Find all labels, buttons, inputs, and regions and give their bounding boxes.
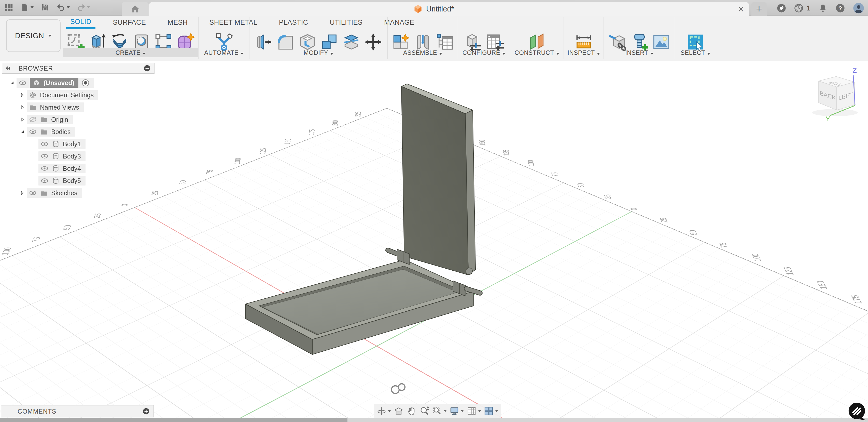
assistant-button[interactable] bbox=[847, 402, 867, 421]
comments-bar[interactable]: COMMENTS bbox=[1, 405, 154, 417]
visibility-eye-icon[interactable] bbox=[29, 128, 37, 136]
active-document-radio[interactable] bbox=[82, 79, 90, 87]
visibility-eye-off-icon[interactable] bbox=[29, 115, 37, 123]
minimize-panel-icon[interactable] bbox=[143, 64, 154, 72]
browser-item-label: Bodies bbox=[51, 128, 70, 136]
orbit-tool[interactable] bbox=[376, 406, 391, 416]
grid-ruler-label: 25 bbox=[91, 213, 103, 218]
selected-document[interactable]: (Unsaved) bbox=[30, 78, 79, 88]
chevron-down-icon[interactable] bbox=[461, 410, 464, 412]
chevron-down-icon bbox=[502, 53, 505, 55]
visibility-eye-icon[interactable] bbox=[40, 177, 49, 185]
fusion-360-window: Untitled* × + 1? DESIGN SOLIDSURFACEMESH… bbox=[0, 0, 868, 422]
extensions-plug-icon[interactable] bbox=[777, 3, 786, 13]
hinge-pin-end[interactable] bbox=[466, 268, 472, 275]
chevron-down-icon[interactable] bbox=[31, 6, 34, 8]
group-label-insert[interactable]: INSERT bbox=[604, 48, 675, 57]
browser-title: BROWSER bbox=[19, 65, 143, 72]
chevron-down-icon[interactable] bbox=[444, 410, 447, 412]
folder-icon bbox=[40, 128, 48, 136]
zoom-window-tool[interactable] bbox=[432, 406, 447, 416]
new-tab-button[interactable]: + bbox=[751, 2, 767, 16]
expand-toggle-icon[interactable] bbox=[18, 117, 27, 122]
browser-item-unsaved[interactable]: (Unsaved) bbox=[8, 78, 155, 88]
chevron-down-icon[interactable] bbox=[495, 410, 498, 412]
account-avatar[interactable] bbox=[853, 2, 864, 14]
visibility-eye-icon[interactable] bbox=[40, 164, 49, 172]
z-axis-label: Z bbox=[852, 66, 857, 75]
browser-item-named-views[interactable]: Named Views bbox=[18, 103, 155, 112]
display-settings-tool[interactable] bbox=[449, 406, 464, 416]
group-label-construct[interactable]: CONSTRUCT bbox=[510, 48, 564, 57]
expand-toggle-icon[interactable] bbox=[18, 92, 27, 97]
ribbon-group-inspect: INSPECT bbox=[564, 17, 604, 59]
browser-item-bodies[interactable]: Bodies bbox=[18, 127, 155, 137]
browser-item-body1[interactable]: Body1 bbox=[30, 139, 155, 149]
browser-item-sketches[interactable]: Sketches bbox=[18, 188, 155, 198]
save-icon[interactable] bbox=[41, 3, 50, 12]
ribbon-group-select: SELECT bbox=[675, 17, 716, 59]
job-status-clock-icon[interactable]: 1 bbox=[794, 3, 810, 13]
chevron-down-icon[interactable] bbox=[478, 410, 481, 412]
browser-item-label: Document Settings bbox=[40, 91, 94, 99]
group-label-create[interactable]: CREATE bbox=[63, 48, 198, 57]
chevron-down-icon bbox=[241, 53, 244, 55]
ribbon-toolbar: DESIGN SOLIDSURFACEMESHSHEET METALPLASTI… bbox=[0, 16, 868, 61]
visibility-eye-icon[interactable] bbox=[19, 79, 27, 87]
visibility-eye-icon[interactable] bbox=[40, 152, 49, 160]
gear-icon bbox=[29, 91, 37, 99]
collapse-panel-icon[interactable] bbox=[2, 65, 11, 72]
expand-toggle-icon[interactable] bbox=[8, 80, 17, 85]
chevron-down-icon[interactable] bbox=[388, 410, 391, 412]
home-tab-button[interactable] bbox=[122, 2, 149, 16]
group-label-select[interactable]: SELECT bbox=[675, 48, 716, 57]
visibility-eye-icon[interactable] bbox=[29, 189, 37, 197]
chevron-down-icon[interactable] bbox=[67, 6, 70, 8]
sketch-circle[interactable] bbox=[398, 384, 405, 390]
browser-item-origin[interactable]: Origin bbox=[18, 115, 155, 124]
ribbon-group-modify: MODIFY bbox=[249, 17, 388, 59]
undo-icon[interactable] bbox=[57, 3, 70, 12]
group-label-inspect[interactable]: INSPECT bbox=[564, 48, 603, 57]
ribbon-group-insert: INSERT bbox=[604, 17, 675, 59]
workspace-selector[interactable]: DESIGN bbox=[6, 19, 61, 52]
folder-icon bbox=[40, 115, 48, 123]
redo-icon[interactable] bbox=[77, 3, 90, 12]
zoom-tool[interactable] bbox=[419, 406, 429, 416]
grid-ruler-label: 150 bbox=[477, 140, 487, 146]
app-grid-icon[interactable] bbox=[5, 3, 13, 12]
group-label-configure[interactable]: CONFIGURE bbox=[458, 48, 510, 57]
document-tab[interactable]: Untitled* × bbox=[149, 2, 749, 16]
grid-settings-tool[interactable] bbox=[467, 406, 481, 416]
ribbon-group-construct: CONSTRUCT bbox=[510, 17, 564, 59]
fusion-document-icon bbox=[413, 4, 423, 13]
group-label-assemble[interactable]: ASSEMBLE bbox=[388, 48, 458, 57]
grid-ruler-label: 25 bbox=[602, 194, 613, 199]
visibility-eye-icon[interactable] bbox=[40, 140, 49, 148]
close-tab-button[interactable]: × bbox=[738, 3, 744, 15]
chevron-down-icon bbox=[330, 53, 333, 55]
expand-toggle-icon[interactable] bbox=[18, 190, 27, 195]
file-icon[interactable] bbox=[20, 3, 34, 12]
view-cube[interactable]: TOP BACK LEFT Z Y bbox=[797, 64, 863, 125]
grid-ruler-label: 175 bbox=[307, 129, 316, 135]
help-icon[interactable]: ? bbox=[835, 3, 845, 13]
group-label-automate[interactable]: AUTOMATE bbox=[198, 48, 249, 57]
panel-body-front-face[interactable] bbox=[401, 86, 468, 275]
look-at-tool[interactable] bbox=[394, 406, 404, 416]
chevron-down-icon[interactable] bbox=[87, 6, 90, 8]
expand-toggle-icon[interactable] bbox=[18, 129, 27, 134]
expand-toggle-icon[interactable] bbox=[18, 105, 27, 110]
chevron-down-icon bbox=[597, 53, 600, 55]
ribbon-group-assemble: ASSEMBLE bbox=[388, 17, 458, 59]
grid-ruler-label: 175 bbox=[849, 295, 864, 304]
group-label-modify[interactable]: MODIFY bbox=[249, 48, 388, 57]
add-comment-icon[interactable] bbox=[142, 407, 154, 415]
pan-tool[interactable] bbox=[406, 406, 417, 416]
browser-item-body5[interactable]: Body5 bbox=[30, 176, 155, 186]
viewports-tool[interactable] bbox=[484, 406, 498, 416]
browser-item-body3[interactable]: Body3 bbox=[30, 151, 155, 161]
notifications-bell-icon[interactable] bbox=[818, 3, 828, 13]
browser-item-document-settings[interactable]: Document Settings bbox=[18, 90, 155, 100]
browser-item-body4[interactable]: Body4 bbox=[30, 164, 155, 173]
